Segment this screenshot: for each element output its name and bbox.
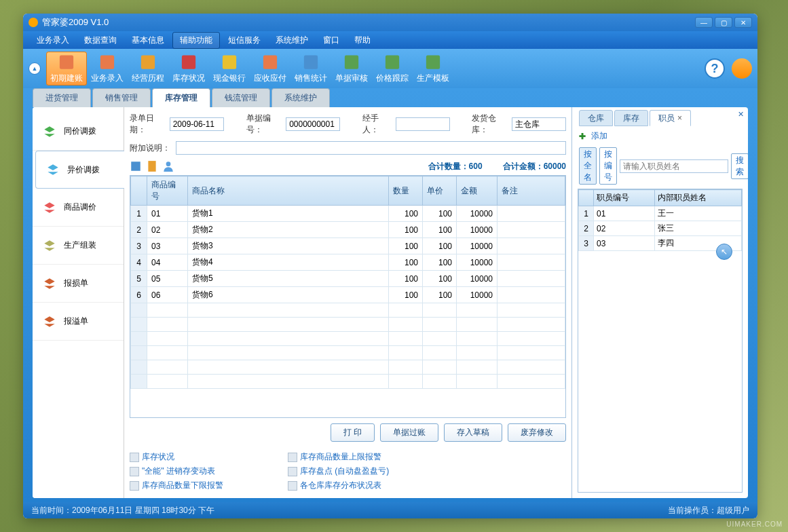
- table-row[interactable]: [131, 375, 565, 389]
- right-tab-0[interactable]: 仓库: [579, 110, 613, 126]
- warehouse-label: 发货仓库：: [472, 113, 506, 136]
- add-label[interactable]: 添加: [591, 130, 607, 142]
- table-row[interactable]: [131, 346, 565, 360]
- items-grid[interactable]: 商品编号商品名称数量单价金额备注101货物110010010000202货物21…: [130, 175, 566, 418]
- minimize-button[interactable]: —: [695, 17, 713, 28]
- note-label: 附加说明：: [130, 142, 170, 154]
- transfer-diff-icon: [45, 162, 60, 177]
- toolbar-edit-icon[interactable]: 业务录入: [87, 52, 128, 86]
- sidebar-item-1[interactable]: 异价调拨: [35, 151, 124, 189]
- quick-link-3[interactable]: 库存盘点 (自动盘盈盘亏): [288, 466, 419, 477]
- post-button[interactable]: 单据过账: [380, 423, 438, 442]
- table-row[interactable]: 606货物610010010000: [131, 287, 565, 303]
- toolbar-receivable-icon[interactable]: 应收应付: [250, 52, 290, 86]
- toolbar-audit-icon[interactable]: 单据审核: [331, 52, 372, 86]
- table-row[interactable]: [131, 360, 565, 375]
- table-row[interactable]: 101货物110010010000: [131, 206, 565, 222]
- menu-item-6[interactable]: 窗口: [316, 33, 346, 48]
- table-row[interactable]: [131, 318, 565, 332]
- employee-row[interactable]: 101王一: [579, 206, 742, 221]
- filter-id-button[interactable]: 按编号: [599, 147, 617, 185]
- main-tabs: 进货管理销售管理库存管理钱流管理系统维护: [33, 88, 748, 107]
- ledger-icon: [57, 53, 76, 71]
- quick-link-4[interactable]: 库存商品数量下限报警: [130, 480, 261, 491]
- link-icon: [130, 481, 139, 491]
- right-tab-2[interactable]: 职员×: [650, 110, 691, 126]
- date-label: 录单日期：: [130, 113, 164, 136]
- print-button[interactable]: 打 印: [331, 423, 375, 442]
- search-input[interactable]: [620, 159, 728, 173]
- date-input[interactable]: [170, 117, 224, 131]
- svg-rect-3: [182, 55, 195, 69]
- right-tab-1[interactable]: 库存: [614, 110, 648, 126]
- maximize-button[interactable]: ▢: [715, 17, 732, 28]
- toolbar-cash-icon[interactable]: 现金银行: [209, 52, 250, 86]
- menu-item-5[interactable]: 系统维护: [269, 33, 315, 48]
- transfer-same-icon: [42, 124, 57, 139]
- table-row[interactable]: 404货物410010010000: [131, 254, 565, 271]
- main-tab-1[interactable]: 销售管理: [92, 88, 151, 107]
- link-icon: [130, 467, 139, 476]
- right-panel: ✕ 仓库库存职员× ✚ 添加 按全名 按编号 搜索 职员编号内部职员姓名101王…: [571, 107, 748, 498]
- table-row[interactable]: 303货物310010010000: [131, 238, 565, 254]
- draft-button[interactable]: 存入草稿: [444, 423, 502, 442]
- employee-row[interactable]: 202张三: [579, 221, 742, 236]
- collapse-toggle[interactable]: ▲: [29, 62, 41, 75]
- menu-item-3[interactable]: 辅助功能: [172, 32, 220, 49]
- main-tab-2[interactable]: 库存管理: [152, 88, 210, 107]
- table-row[interactable]: [131, 332, 565, 346]
- toolbar-price-icon[interactable]: 价格跟踪: [372, 52, 413, 86]
- quick-link-2[interactable]: "全能" 进销存变动表: [130, 466, 261, 477]
- menu-item-1[interactable]: 数据查询: [77, 33, 124, 48]
- toolbar-chart-icon[interactable]: 销售统计: [290, 52, 331, 86]
- doc-input[interactable]: [286, 117, 340, 131]
- panel-close-icon[interactable]: ✕: [738, 110, 744, 119]
- sidebar-item-5[interactable]: 报溢单: [33, 303, 124, 341]
- toolbar-ledger-icon[interactable]: 初期建账: [46, 52, 87, 86]
- sidebar-item-0[interactable]: 同价调拨: [33, 113, 124, 151]
- menu-item-2[interactable]: 基本信息: [125, 33, 171, 48]
- quick-link-5[interactable]: 各仓库库存分布状况表: [288, 480, 419, 491]
- sidebar-item-4[interactable]: 报损单: [33, 265, 124, 303]
- menu-item-0[interactable]: 业务录入: [30, 33, 76, 48]
- link-icon: [288, 467, 297, 476]
- menu-item-7[interactable]: 帮助: [348, 33, 377, 48]
- search-button[interactable]: 搜索: [731, 153, 748, 179]
- main-tab-0[interactable]: 进货管理: [33, 88, 91, 107]
- toolbar-template-icon[interactable]: 生产模板: [413, 52, 453, 86]
- table-row[interactable]: [131, 303, 565, 318]
- sidebar: 同价调拨异价调拨商品调价生产组装报损单报溢单: [33, 107, 124, 498]
- building-icon[interactable]: [146, 160, 158, 172]
- toolbar-history-icon[interactable]: 经营历程: [128, 52, 168, 86]
- discard-button[interactable]: 废弃修改: [508, 423, 566, 442]
- person-icon[interactable]: [162, 160, 174, 172]
- quick-link-0[interactable]: 库存状况: [130, 451, 261, 463]
- toolbar-stock-icon[interactable]: 库存状况: [168, 52, 209, 86]
- close-button[interactable]: ✕: [734, 17, 752, 28]
- quick-link-1[interactable]: 库存商品数量上限报警: [288, 451, 419, 463]
- menu-item-4[interactable]: 短信服务: [221, 33, 267, 48]
- table-row[interactable]: 505货物510010010000: [131, 271, 565, 287]
- plus-icon[interactable]: ✚: [579, 132, 588, 141]
- filter-fullname-button[interactable]: 按全名: [579, 147, 597, 185]
- assistant-icon[interactable]: [732, 58, 752, 79]
- help-icon[interactable]: ?: [705, 58, 725, 79]
- note-input[interactable]: [176, 141, 566, 155]
- quick-links: 库存状况库存商品数量上限报警"全能" 进销存变动表库存盘点 (自动盘盈盘亏)库存…: [130, 447, 566, 495]
- warehouse-input[interactable]: [512, 117, 566, 131]
- table-row[interactable]: 202货物210010010000: [131, 222, 565, 238]
- tab-close-icon[interactable]: ×: [677, 113, 682, 123]
- main-tab-4[interactable]: 系统维护: [271, 88, 330, 107]
- sidebar-item-3[interactable]: 生产组装: [33, 227, 124, 265]
- sum-qty-label: 合计数量：: [428, 162, 469, 171]
- titlebar: 管家婆2009 V1.0 — ▢ ✕: [23, 14, 757, 31]
- cash-icon: [220, 53, 239, 71]
- handler-input[interactable]: [396, 117, 450, 131]
- org-icon[interactable]: [130, 160, 142, 172]
- sidebar-item-2[interactable]: 商品调价: [33, 189, 124, 227]
- up-arrow-icon[interactable]: ↖: [716, 244, 732, 260]
- sum-amt-value: 60000: [544, 162, 566, 171]
- main-tab-3[interactable]: 钱流管理: [212, 88, 270, 107]
- assemble-icon: [42, 238, 57, 253]
- employee-grid[interactable]: 职员编号内部职员姓名101王一202张三303李四 ↖: [578, 189, 743, 493]
